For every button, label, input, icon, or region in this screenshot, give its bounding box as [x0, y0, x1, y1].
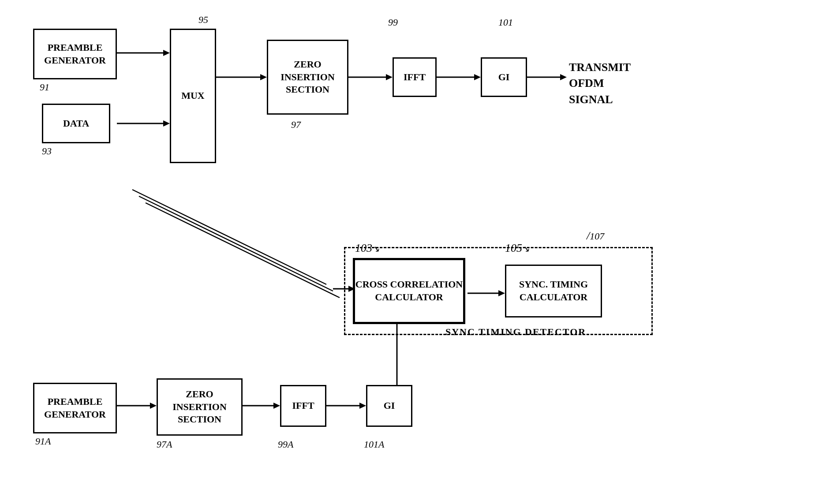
ifft-bottom: IFFT	[280, 385, 326, 427]
svg-marker-11	[560, 74, 567, 80]
data-box: DATA	[42, 104, 110, 143]
diagram: PREAMBLE GENERATOR 91 DATA 93 MUX 95 ZER…	[0, 0, 819, 504]
ifft-top: IFFT	[393, 57, 437, 97]
sync-timing-detector-label: SYNC TIMING DETECTOR	[445, 326, 586, 338]
zero-insertion-top: ZEROINSERTIONSECTION	[267, 40, 348, 115]
mux-box: MUX	[170, 29, 216, 163]
preamble-generator-bottom-label: PREAMBLEGENERATOR	[44, 396, 106, 421]
ref-99: 99	[388, 17, 398, 28]
gi-top: GI	[481, 57, 527, 97]
mux-label: MUX	[181, 90, 205, 102]
ref-91a: 91A	[35, 436, 51, 447]
svg-marker-1	[163, 50, 170, 56]
sync-timing-calc-box: SYNC. TIMINGCALCULATOR	[505, 265, 602, 317]
ref-95: 95	[198, 14, 208, 26]
gi-bottom: GI	[366, 385, 412, 427]
ref-101: 101	[498, 17, 513, 28]
cross-correlation-label: CROSS CORRELATIONCALCULATOR	[355, 278, 463, 303]
svg-marker-20	[150, 403, 157, 409]
svg-marker-3	[163, 120, 170, 127]
ifft-top-label: IFFT	[404, 71, 426, 84]
ref-107: /107	[587, 229, 604, 243]
ref-103: 103↘	[355, 242, 380, 255]
preamble-generator-top-label: PREAMBLE GENERATOR	[34, 41, 116, 67]
svg-marker-9	[474, 74, 481, 80]
svg-line-13	[139, 196, 333, 291]
ref-99a: 99A	[278, 439, 293, 450]
svg-line-14	[146, 203, 340, 298]
svg-marker-7	[386, 74, 393, 80]
zero-insertion-bottom: ZEROINSERTIONSECTION	[157, 378, 243, 436]
ref-93: 93	[42, 146, 52, 157]
gi-bottom-label: GI	[384, 399, 395, 412]
preamble-generator-bottom: PREAMBLEGENERATOR	[33, 383, 117, 433]
svg-marker-22	[273, 403, 280, 409]
zero-insertion-top-label: ZEROINSERTIONSECTION	[280, 58, 335, 96]
svg-marker-5	[260, 74, 267, 80]
preamble-generator-top: PREAMBLE GENERATOR	[33, 29, 117, 79]
sync-timing-calc-label: SYNC. TIMINGCALCULATOR	[519, 278, 588, 303]
cross-correlation-box: CROSS CORRELATIONCALCULATOR	[353, 258, 465, 324]
gi-top-label: GI	[498, 71, 510, 84]
ref-105: 105↘	[505, 242, 530, 255]
ref-91: 91	[40, 82, 49, 93]
data-label: DATA	[63, 117, 89, 130]
ref-97a: 97A	[157, 439, 172, 450]
ref-97: 97	[291, 119, 301, 131]
transmit-signal-label: TRANSMITOFDMSIGNAL	[569, 60, 631, 108]
ifft-bottom-label: IFFT	[292, 399, 314, 412]
svg-marker-24	[359, 403, 366, 409]
ref-101a: 101A	[364, 439, 384, 450]
svg-line-12	[132, 190, 326, 284]
zero-insertion-bottom-label: ZEROINSERTIONSECTION	[172, 388, 227, 426]
